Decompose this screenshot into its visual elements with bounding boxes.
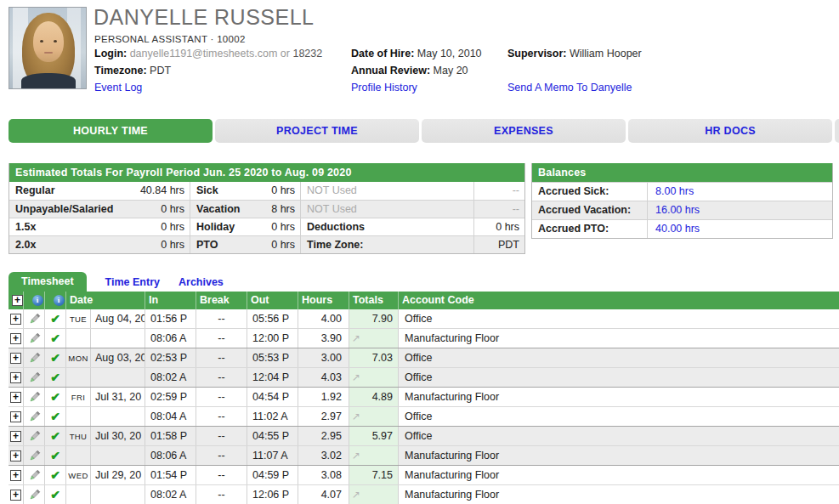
est-label: Regular bbox=[9, 182, 128, 200]
row-total: 4.89 bbox=[372, 391, 393, 403]
est-label: Holiday bbox=[190, 218, 258, 235]
expand-row-icon[interactable]: + bbox=[10, 411, 21, 422]
estimated-totals-row: 2.0x 0 hrs PTO 0 hrs Time Zone: PDT bbox=[9, 235, 524, 253]
annual-review-label: Annual Review: bbox=[351, 65, 430, 76]
approved-check-icon: ✔ bbox=[50, 331, 60, 345]
tab-hr-docs[interactable]: HR DOCS bbox=[628, 119, 832, 143]
login-line: Login: danyelle1191@timesheets.com or 18… bbox=[94, 48, 322, 59]
approved-check-icon: ✔ bbox=[50, 410, 60, 423]
supervisor-line: Supervisor: William Hooper bbox=[507, 48, 642, 59]
approved-check-icon: ✔ bbox=[50, 488, 60, 501]
est-label: Time Zone: bbox=[300, 236, 473, 253]
expand-all-icon[interactable]: + bbox=[12, 295, 23, 306]
timezone-line: Timezone: PDT bbox=[94, 65, 171, 76]
row-day: FRI bbox=[71, 393, 86, 402]
info-icon[interactable]: i bbox=[32, 295, 43, 306]
timesheet-row: + ✔ 08:04 A -- 11:02 A 2.97 ↗ Office bbox=[9, 407, 839, 427]
est-value: 0 hrs bbox=[258, 236, 300, 253]
edit-row-icon[interactable] bbox=[28, 489, 41, 501]
est-label: Deductions bbox=[300, 218, 473, 235]
est-value: 0 hrs bbox=[258, 182, 300, 200]
supervisor-label: Supervisor: bbox=[507, 48, 566, 59]
expand-row-icon[interactable]: + bbox=[10, 353, 21, 364]
row-day: THU bbox=[70, 432, 88, 441]
balance-row: Accrued Vacation: 16.00 hrs bbox=[532, 201, 832, 219]
timesheet-tab-bar: Timesheet Time Entry Archives bbox=[9, 272, 224, 292]
expand-row-icon[interactable]: + bbox=[10, 431, 21, 442]
edit-row-icon[interactable] bbox=[28, 332, 41, 345]
row-out: 11:02 A bbox=[247, 407, 298, 426]
row-in: 01:58 P bbox=[145, 427, 196, 445]
edit-row-icon[interactable] bbox=[28, 371, 41, 384]
col-header-totals: Totals bbox=[349, 292, 398, 309]
row-in: 02:53 P bbox=[145, 348, 196, 367]
edit-row-icon[interactable] bbox=[28, 391, 41, 404]
timesheet-body: + ✔ TUE Aug 04, 20 01:56 P -- 05:56 P 4.… bbox=[9, 309, 839, 504]
est-value: -- bbox=[473, 201, 524, 218]
balance-row: Accrued Sick: 8.00 hrs bbox=[532, 182, 832, 201]
expand-row-icon[interactable]: + bbox=[10, 333, 21, 344]
row-total: 5.97 bbox=[372, 430, 393, 442]
edit-row-icon[interactable] bbox=[28, 450, 41, 462]
tab-timesheet[interactable]: Timesheet bbox=[9, 272, 87, 292]
row-out: 12:00 P bbox=[247, 329, 298, 348]
row-account-code: Office bbox=[398, 309, 839, 328]
row-in: 01:56 P bbox=[145, 309, 196, 328]
row-break: -- bbox=[196, 446, 247, 465]
tab-archives[interactable]: Archives bbox=[179, 276, 224, 288]
event-log-link[interactable]: Event Log bbox=[94, 82, 142, 93]
annual-review-line: Annual Review: May 20 bbox=[351, 65, 468, 76]
send-memo-link[interactable]: Send A Memo To Danyelle bbox=[507, 82, 632, 93]
col-header-account-code: Account Code bbox=[398, 292, 839, 309]
login-or: or bbox=[281, 48, 290, 59]
row-hours: 1.92 bbox=[298, 388, 349, 406]
row-hours: 3.00 bbox=[298, 348, 349, 367]
timesheet-row: + ✔ MON Aug 03, 20 02:53 P -- 05:53 P 3.… bbox=[9, 348, 839, 368]
edit-row-icon[interactable] bbox=[28, 313, 41, 326]
tab-expenses[interactable]: EXPENSES bbox=[422, 119, 626, 143]
edit-row-icon[interactable] bbox=[28, 352, 41, 365]
tab-time-entry[interactable]: Time Entry bbox=[105, 276, 160, 288]
est-label: NOT Used bbox=[300, 182, 473, 200]
info-icon[interactable]: i bbox=[54, 295, 65, 306]
row-account-code: Manufacturing Floor bbox=[398, 446, 839, 465]
row-account-code: Office bbox=[398, 407, 839, 426]
row-break: -- bbox=[196, 329, 247, 348]
expand-row-icon[interactable]: + bbox=[10, 490, 21, 501]
timesheet-row: + ✔ 08:02 A -- 12:04 P 4.03 ↗ Office bbox=[9, 368, 839, 388]
row-break: -- bbox=[196, 407, 247, 426]
edit-row-icon[interactable] bbox=[28, 469, 41, 482]
timesheet-row: + ✔ 08:02 A -- 12:06 P 4.07 ↗ Manufactur bbox=[9, 485, 839, 504]
accrued-vacation-link[interactable]: 16.00 hrs bbox=[655, 204, 700, 216]
row-break: -- bbox=[196, 368, 247, 387]
row-hours: 4.00 bbox=[298, 309, 349, 328]
approved-check-icon: ✔ bbox=[50, 371, 60, 384]
tab-project-time[interactable]: PROJECT TIME bbox=[215, 119, 419, 143]
balance-row: Accrued PTO: 40.00 hrs bbox=[532, 219, 832, 238]
edit-row-icon[interactable] bbox=[28, 430, 41, 443]
row-in: 01:54 P bbox=[145, 466, 196, 484]
row-in: 08:02 A bbox=[145, 485, 196, 504]
row-account-code: Office bbox=[398, 427, 839, 445]
tab-hourly-time[interactable]: HOURLY TIME bbox=[9, 119, 213, 143]
subtitle-separator: · bbox=[211, 34, 214, 44]
col-header-in: In bbox=[145, 292, 196, 309]
est-value: 0 hrs bbox=[128, 201, 190, 218]
balances-title: Balances bbox=[532, 163, 832, 182]
expand-row-icon[interactable]: + bbox=[10, 314, 21, 325]
row-break: -- bbox=[196, 427, 247, 445]
date-of-hire-label: Date of Hire: bbox=[351, 48, 414, 59]
expand-row-icon[interactable]: + bbox=[10, 450, 21, 462]
row-day: WED bbox=[68, 471, 88, 480]
expand-row-icon[interactable]: + bbox=[10, 392, 21, 403]
accrued-pto-link[interactable]: 40.00 hrs bbox=[655, 223, 700, 235]
balance-label: Accrued Vacation: bbox=[532, 201, 647, 219]
timezone-value: PDT bbox=[150, 65, 171, 76]
expand-row-icon[interactable]: + bbox=[10, 372, 21, 383]
accrued-sick-link[interactable]: 8.00 hrs bbox=[655, 185, 694, 197]
expand-row-icon[interactable]: + bbox=[10, 470, 21, 481]
profile-history-link[interactable]: Profile History bbox=[351, 82, 417, 93]
edit-row-icon[interactable] bbox=[28, 411, 41, 423]
estimated-totals-title: Estimated Totals For Payroll Period Jun.… bbox=[9, 163, 524, 182]
est-value: 40.84 hrs bbox=[128, 182, 190, 200]
